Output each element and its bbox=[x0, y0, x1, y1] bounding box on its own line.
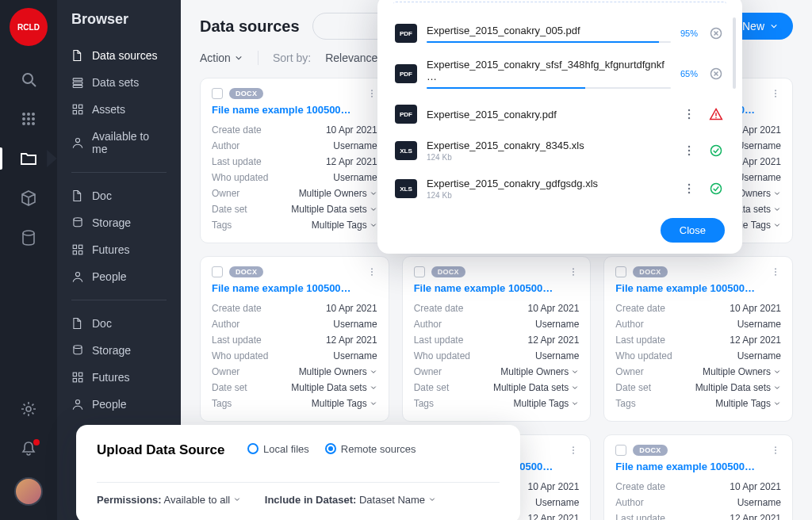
meta-label: Tags bbox=[615, 398, 635, 409]
file-menu-button[interactable] bbox=[680, 105, 698, 123]
card-menu-button[interactable] bbox=[770, 445, 781, 456]
card-meta-row: Create date10 Apr 2021 bbox=[212, 122, 377, 138]
rail-apps[interactable] bbox=[0, 101, 57, 136]
notification-badge bbox=[33, 439, 40, 445]
sidebar-item-storage[interactable]: Storage bbox=[57, 337, 181, 364]
card-meta-row: Who updatedUsername bbox=[414, 348, 580, 364]
filetype-badge: DOCX bbox=[229, 266, 263, 277]
sidebar-item-doc[interactable]: Doc bbox=[57, 310, 181, 337]
upload-data-source-panel: Upload Data Source Local files Remote so… bbox=[76, 425, 520, 520]
chevron-down-icon bbox=[370, 189, 377, 197]
meta-value[interactable]: Multiple Data sets bbox=[493, 382, 579, 393]
meta-value[interactable]: Multiple Tags bbox=[312, 220, 377, 231]
sidebar-item-assets[interactable]: Assets bbox=[57, 96, 181, 123]
meta-value[interactable]: Multiple Tags bbox=[312, 398, 377, 409]
sidebar-item-doc[interactable]: Doc bbox=[57, 182, 181, 209]
card-menu-button[interactable] bbox=[366, 88, 377, 99]
meta-label: Last update bbox=[615, 513, 665, 520]
card-menu-button[interactable] bbox=[770, 88, 781, 99]
meta-value[interactable]: Multiple Owners bbox=[299, 188, 377, 199]
sidebar-item-available-to-me[interactable]: Available to me bbox=[57, 123, 181, 162]
sidebar-item-label: Futures bbox=[92, 243, 129, 256]
meta-label: Owner bbox=[414, 366, 442, 377]
card-checkbox[interactable] bbox=[212, 266, 223, 277]
card-meta-row: AuthorUsername bbox=[615, 316, 781, 332]
file-menu-button[interactable] bbox=[680, 180, 698, 197]
chevron-down-icon bbox=[773, 368, 781, 376]
meta-label: Author bbox=[212, 140, 239, 151]
sidebar-item-people[interactable]: People bbox=[57, 263, 181, 290]
meta-label: Last update bbox=[615, 335, 665, 346]
rail-cube[interactable] bbox=[0, 181, 57, 216]
meta-value: Username bbox=[737, 350, 781, 361]
sidebar-item-storage[interactable]: Storage bbox=[57, 209, 181, 236]
meta-value[interactable]: Multiple Owners bbox=[299, 366, 377, 377]
radio-remote-sources[interactable]: Remote sources bbox=[325, 443, 416, 455]
sidebar-item-futures[interactable]: Futures bbox=[57, 364, 181, 391]
meta-value[interactable]: Multiple Data sets bbox=[291, 382, 377, 393]
meta-value[interactable]: Multiple Data sets bbox=[291, 204, 377, 215]
include-dataset-dropdown[interactable]: Include in Dataset: Dataset Name bbox=[265, 494, 436, 506]
sidebar-item-futures[interactable]: Futures bbox=[57, 236, 181, 263]
data-source-card: DOCX File name example 100500… Create da… bbox=[200, 78, 389, 243]
meta-value: Username bbox=[333, 140, 377, 151]
sidebar-title: Browser bbox=[57, 11, 181, 39]
card-checkbox[interactable] bbox=[615, 445, 626, 456]
sidebar-item-label: Assets bbox=[92, 103, 125, 116]
card-meta-row: Create date10 Apr 2021 bbox=[615, 300, 781, 316]
user-icon bbox=[71, 270, 84, 283]
rail-search[interactable] bbox=[0, 62, 57, 97]
dots-icon bbox=[770, 266, 781, 277]
close-button[interactable]: Close bbox=[661, 218, 725, 243]
rail-database[interactable] bbox=[0, 220, 57, 255]
rail-browser[interactable] bbox=[0, 141, 57, 176]
file-name: Expertise_2015_conakry.pdf bbox=[427, 109, 671, 120]
card-menu-button[interactable] bbox=[770, 266, 781, 277]
card-checkbox[interactable] bbox=[414, 266, 425, 277]
rail-settings[interactable] bbox=[0, 392, 57, 426]
meta-value: 10 Apr 2021 bbox=[528, 303, 580, 314]
card-meta-row: Last update12 Apr 2021 bbox=[212, 154, 377, 170]
radio-local-files[interactable]: Local files bbox=[247, 443, 309, 455]
cancel-upload-button[interactable] bbox=[707, 65, 725, 82]
user-icon bbox=[71, 136, 84, 149]
sidebar-item-data-sets[interactable]: Data sets bbox=[57, 69, 181, 96]
progress-bar bbox=[427, 87, 671, 89]
sidebar-item-people[interactable]: People bbox=[57, 391, 181, 418]
card-meta-row: Last update12 Apr 2021 bbox=[615, 332, 781, 348]
grid-icon bbox=[71, 103, 84, 116]
card-menu-button[interactable] bbox=[568, 266, 579, 277]
meta-value[interactable]: Multiple Data sets bbox=[695, 382, 781, 393]
meta-label: Tags bbox=[212, 398, 232, 409]
card-title[interactable]: File name example 100500… bbox=[212, 282, 377, 294]
cancel-upload-button[interactable] bbox=[707, 25, 725, 42]
meta-value[interactable]: Multiple Owners bbox=[703, 366, 781, 377]
card-menu-button[interactable] bbox=[568, 445, 579, 456]
user-avatar[interactable] bbox=[14, 477, 43, 506]
user-icon bbox=[71, 398, 84, 411]
file-menu-button[interactable] bbox=[680, 142, 698, 159]
chevron-down-icon bbox=[233, 495, 241, 503]
card-meta-row: Who updatedUsername bbox=[212, 348, 377, 364]
gear-icon bbox=[20, 400, 37, 418]
meta-label: Author bbox=[414, 319, 442, 330]
action-dropdown[interactable]: Action bbox=[200, 52, 243, 64]
permissions-dropdown[interactable]: Permissions: Available to all bbox=[97, 494, 241, 506]
meta-value[interactable]: Multiple Tags bbox=[715, 398, 781, 409]
scrollbar[interactable] bbox=[733, 17, 736, 89]
sidebar-item-data-sources[interactable]: Data sources bbox=[57, 42, 181, 69]
card-title[interactable]: File name example 100500… bbox=[615, 461, 781, 472]
card-title[interactable]: File name example 100500… bbox=[414, 282, 580, 294]
meta-value[interactable]: Multiple Tags bbox=[514, 398, 580, 409]
card-title[interactable]: File name example 100500… bbox=[212, 104, 377, 116]
meta-value: Username bbox=[737, 140, 781, 151]
card-meta-row: OwnerMultiple Owners bbox=[212, 185, 377, 201]
card-checkbox[interactable] bbox=[615, 266, 626, 277]
meta-label: Who updated bbox=[615, 350, 672, 361]
card-checkbox[interactable] bbox=[212, 88, 223, 99]
sidebar-item-label: People bbox=[92, 398, 127, 411]
card-menu-button[interactable] bbox=[366, 266, 377, 277]
meta-value[interactable]: Multiple Owners bbox=[500, 366, 579, 377]
card-title[interactable]: File name example 100500… bbox=[615, 282, 781, 294]
rail-notifications[interactable] bbox=[0, 431, 57, 466]
